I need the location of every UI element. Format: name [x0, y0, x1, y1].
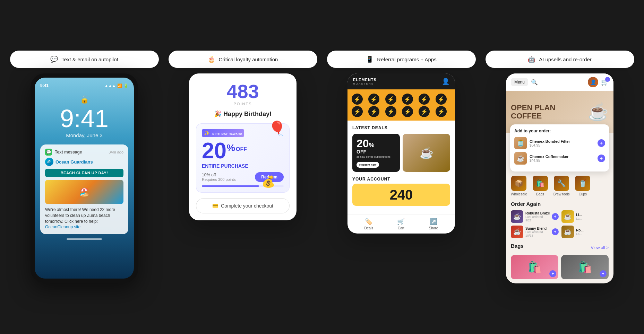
order-3-date: La... — [576, 217, 609, 220]
nav-cart[interactable]: 🛒 Cart — [397, 218, 405, 230]
phone-icon: 📱 — [366, 55, 373, 63]
deal-redeem-button[interactable]: Redeem now — [357, 162, 379, 168]
ai-content: 📦 Wholesale 🛍️ Bags 🔧 Brew tools 🥤 Cups — [506, 172, 613, 283]
view-all-link[interactable]: View all > — [591, 245, 609, 250]
upsell-item-2-name: Chemex Coffeemaker — [530, 155, 595, 159]
order-1-date: Last ordered 9/27 — [525, 215, 550, 222]
app-brand-sub: ROASTERS — [353, 82, 377, 85]
add-bag-1-button[interactable]: + — [549, 270, 556, 277]
order-item-1: ☕ Robusta Brazil Last ordered 9/27 + — [511, 210, 559, 223]
order-2-img: ☕ — [511, 226, 523, 238]
status-bar: 9:41 ▲▲▲ 📶 🔋 — [40, 83, 128, 88]
purchase-label: ENTIRE PURCHASE — [202, 163, 284, 169]
column-2: 🎂 Critical loyalty automation 483 POINTS… — [169, 51, 317, 220]
discount-percent: % — [226, 143, 235, 153]
cat-bags-label: Bags — [536, 192, 544, 196]
order-item-2: ☕ Sunny Blend Last ordered 10/13 + — [511, 226, 559, 238]
cat-brew[interactable]: 🔧 Brew tools — [553, 176, 570, 196]
hero-title: OPEN PLAN COFFEE — [506, 100, 588, 124]
bolt-6: ⚡ — [436, 94, 447, 105]
phone-mockup-1: 9:41 ▲▲▲ 📶 🔋 🔒 9:41 Monday, June 3 💬 — [31, 73, 138, 283]
upsell-item-1: 🫙 Chemex Bonded Filter $34.95 + — [514, 137, 605, 149]
tab-loyalty[interactable]: 🎂 Critical loyalty automation — [169, 51, 317, 68]
ai-app-mockup: Menu 🔍 👤 🛒 5 OPEN PLAN COFFEE ☕ Add to y… — [506, 73, 613, 283]
app-brand-name: ELEMENTS — [353, 78, 377, 82]
cat-cups[interactable]: 🥤 Cups — [575, 176, 590, 196]
deal-desc: all new coffee subscriptions — [357, 155, 396, 159]
home-bar — [67, 238, 102, 240]
sms-icon: 💬 — [45, 149, 52, 156]
nav-deals[interactable]: 🏷️ Deals — [364, 218, 373, 230]
upsell-item-1-price: $34.95 — [530, 143, 595, 147]
tab-ai[interactable]: 🤖 AI upsells and re-order — [486, 51, 634, 68]
discount-off: OFF — [236, 147, 247, 152]
bags-section: Bags View all > 🛍️ + 🛍️ + — [511, 243, 609, 279]
order-2-info: Sunny Blend Last ordered 10/13 — [525, 227, 550, 237]
bolt-3: ⚡ — [385, 94, 396, 105]
checkout-button[interactable]: 💳 Complete your checkout — [196, 198, 290, 213]
add-coffeemaker-button[interactable]: + — [598, 155, 605, 162]
coffeemaker-img: ☕ — [514, 152, 527, 165]
order-4-info: Ro... La... — [576, 228, 609, 236]
tab-text-email[interactable]: 💬 Text & email on autopilot — [10, 51, 159, 68]
bag-1: 🛍️ + — [511, 255, 558, 279]
order-3-img: ☕ — [561, 210, 574, 223]
chat-icon: 💬 — [50, 55, 58, 63]
tab-loyalty-label: Critical loyalty automation — [219, 56, 278, 62]
order-again-grid: ☕ Robusta Brazil Last ordered 9/27 + ☕ L… — [511, 210, 609, 238]
add-bag-2-button[interactable]: + — [600, 270, 607, 277]
app-header: ELEMENTS ROASTERS 👤 — [347, 73, 455, 89]
requires-points: Requires 300 points — [202, 177, 236, 182]
upsell-item-2-price: $44.95 — [530, 159, 595, 162]
nav-cart-label: Cart — [398, 226, 404, 230]
order-3-name: Li... — [576, 213, 609, 217]
cart-badge: 5 — [605, 77, 610, 82]
column-1: 💬 Text & email on autopilot 9:41 ▲▲▲ 📶 🔋… — [10, 51, 159, 283]
add-filter-button[interactable]: + — [598, 139, 605, 147]
cups-img: 🥤 — [575, 176, 590, 191]
points-label: POINTS — [196, 102, 290, 106]
cat-wholesale[interactable]: 📦 Wholesale — [511, 176, 527, 196]
upsell-item-2-info: Chemex Coffeemaker $44.95 — [530, 155, 595, 162]
brand-logo: 🌊 — [45, 158, 53, 166]
deal-percent: 20% — [357, 138, 396, 149]
bags-title: Bags — [511, 243, 524, 249]
app-nav: 🏷️ Deals 🛒 Cart ↗️ Share — [347, 214, 455, 234]
cat-brew-label: Brew tools — [553, 192, 570, 196]
coffee-icon: ☕ — [588, 102, 609, 122]
battery-icon: 🔋 — [123, 84, 128, 88]
referral-app-mockup: ELEMENTS ROASTERS 👤 ⚡ ⚡ ⚡ ⚡ ⚡ ⚡ ⚡ ⚡ ⚡ ⚡ … — [347, 73, 455, 234]
order-4-name: Ro... — [576, 228, 609, 232]
nav-share-label: Share — [429, 226, 438, 230]
cat-cups-label: Cups — [579, 192, 587, 196]
deal-pct-sym: % — [369, 142, 375, 149]
bag-1-img: 🛍️ — [528, 261, 542, 274]
cat-bags[interactable]: 🛍️ Bags — [533, 176, 548, 196]
add-order-1-button[interactable]: + — [552, 213, 559, 220]
birthday-greeting: 🎉 Happy Birthday! — [196, 110, 290, 118]
column-3: 📱 Referral programs + Apps ELEMENTS ROAS… — [327, 51, 476, 234]
progress-bar-fill — [202, 185, 259, 187]
bolt-12: ⚡ — [436, 106, 447, 117]
nav-share[interactable]: ↗️ Share — [429, 218, 438, 230]
bag-2-img: 🛍️ — [578, 261, 592, 274]
order-1-name: Robusta Brazil — [525, 211, 550, 215]
wifi-icon: 📶 — [117, 84, 122, 88]
bolt-8: ⚡ — [368, 106, 379, 117]
nav-deals-label: Deals — [364, 226, 373, 230]
brand-pattern: ⚡ ⚡ ⚡ ⚡ ⚡ ⚡ ⚡ ⚡ ⚡ ⚡ ⚡ ⚡ — [347, 89, 455, 121]
filter-img: 🫙 — [514, 137, 527, 149]
menu-button[interactable]: Menu — [511, 78, 528, 86]
tab-referral[interactable]: 📱 Referral programs + Apps — [327, 51, 476, 68]
reward-footer-left: 10% off Requires 300 points — [202, 173, 236, 182]
notif-link[interactable]: OceanCleanup.site — [45, 225, 80, 229]
search-button[interactable]: 🔍 — [531, 79, 538, 86]
beach-banner: BEACH CLEAN UP DAY! — [45, 169, 123, 177]
notif-text: We're almost there! We need 22 more volu… — [45, 207, 123, 230]
bolt-4: ⚡ — [402, 94, 413, 105]
cart-button[interactable]: 🛒 5 — [601, 78, 609, 86]
add-order-2-button[interactable]: + — [552, 228, 559, 235]
cat-wholesale-label: Wholesale — [511, 192, 527, 196]
sparkle-icon: ✨ — [204, 130, 210, 136]
main-container: 💬 Text & email on autopilot 9:41 ▲▲▲ 📶 🔋… — [10, 51, 634, 283]
